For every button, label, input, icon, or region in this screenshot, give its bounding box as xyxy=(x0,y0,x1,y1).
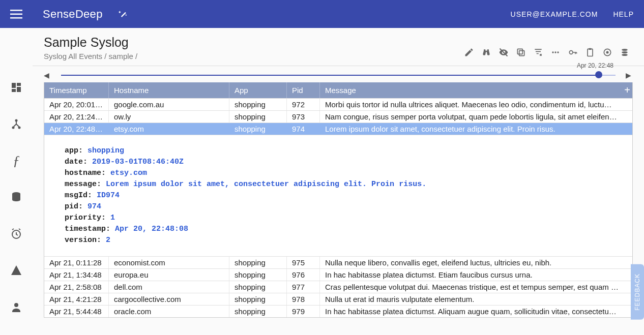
nav-database[interactable] xyxy=(6,189,26,206)
copy-button[interactable] xyxy=(513,44,529,60)
nav-account[interactable] xyxy=(6,298,26,316)
svg-rect-6 xyxy=(17,87,21,92)
table-row[interactable]: Apr 21, 5:44:48 oracle.com shopping 979 … xyxy=(44,305,632,317)
timeline-prev[interactable]: ◀ xyxy=(44,71,51,79)
more-button[interactable] xyxy=(547,44,564,60)
brand[interactable]: SenseDeep xyxy=(43,8,103,21)
col-timestamp[interactable]: Timestamp xyxy=(44,82,109,98)
svg-point-22 xyxy=(606,51,609,54)
svg-point-24 xyxy=(622,49,628,51)
tree-icon xyxy=(10,118,22,130)
svg-point-17 xyxy=(554,51,556,53)
svg-point-7 xyxy=(15,119,18,122)
timeline-knob[interactable] xyxy=(595,71,602,78)
warning-icon xyxy=(10,264,22,277)
menu-icon[interactable] xyxy=(10,10,22,19)
svg-rect-2 xyxy=(10,17,22,19)
log-table: Timestamp Hostname App Pid Message + Apr… xyxy=(44,82,633,318)
stack-button[interactable] xyxy=(617,44,633,60)
location-button[interactable] xyxy=(599,44,616,60)
table-row[interactable]: Apr 21, 4:21:28 cargocollective.com shop… xyxy=(44,293,632,305)
nav-dashboard[interactable] xyxy=(6,79,26,96)
dashboard-icon xyxy=(10,81,22,94)
visibility-off-button[interactable] xyxy=(495,44,512,60)
filter-clear-button[interactable] xyxy=(530,44,546,60)
table-row[interactable]: Apr 20, 21:24:48 ow.ly shopping 973 Nam … xyxy=(44,110,632,123)
svg-rect-20 xyxy=(588,49,593,56)
page-title: Sample Syslog xyxy=(44,35,460,50)
svg-point-26 xyxy=(622,54,628,56)
wand-icon[interactable] xyxy=(118,9,128,19)
clipboard-icon xyxy=(585,47,595,57)
key-button[interactable] xyxy=(565,44,581,60)
timeline: Apr 20, 22:48 ◀ ▶ xyxy=(33,66,644,82)
svg-rect-14 xyxy=(519,51,524,56)
database-icon xyxy=(10,191,22,203)
binoculars-icon xyxy=(481,47,491,57)
timeline-track[interactable] xyxy=(61,73,616,78)
page-header: Sample Syslog Syslog All Events / sample… xyxy=(33,28,644,66)
function-icon: ƒ xyxy=(13,153,20,169)
col-pid[interactable]: Pid xyxy=(287,82,320,98)
location-icon xyxy=(602,47,612,57)
col-message[interactable]: Message xyxy=(320,82,622,98)
svg-rect-5 xyxy=(12,89,16,92)
eye-off-icon xyxy=(499,47,509,57)
clipboard-button[interactable] xyxy=(582,44,598,60)
svg-point-19 xyxy=(569,51,573,54)
nav-alarms[interactable] xyxy=(6,225,26,242)
person-icon xyxy=(10,301,22,313)
svg-rect-3 xyxy=(12,83,16,88)
timeline-label: Apr 20, 22:48 xyxy=(577,62,613,69)
nav-functions[interactable]: ƒ xyxy=(6,152,26,169)
nav-alerts[interactable] xyxy=(6,262,26,279)
table-row[interactable]: Apr 21, 2:58:08 dell.com shopping 977 Cr… xyxy=(44,281,632,293)
alarm-icon xyxy=(10,228,22,240)
svg-rect-4 xyxy=(17,83,21,86)
filter-x-icon xyxy=(533,47,543,57)
key-icon xyxy=(568,47,578,57)
add-column-button[interactable]: + xyxy=(622,82,632,98)
toolbar xyxy=(460,35,633,60)
svg-rect-1 xyxy=(10,13,22,15)
table-row[interactable]: Apr 20, 22:48:08 etsy.com shopping 974 L… xyxy=(44,123,632,135)
svg-point-25 xyxy=(622,51,628,53)
table-row[interactable]: Apr 20, 20:01:28 google.com.au shopping … xyxy=(44,98,632,110)
edit-button[interactable] xyxy=(461,44,477,60)
svg-rect-0 xyxy=(10,10,22,11)
svg-point-18 xyxy=(557,51,559,53)
svg-rect-21 xyxy=(589,48,592,50)
feedback-tab[interactable]: FEEDBACK xyxy=(631,264,644,320)
svg-point-16 xyxy=(552,51,553,53)
nav-tree[interactable] xyxy=(6,115,26,133)
topbar: SenseDeep USER@EXAMPLE.COM HELP xyxy=(0,0,644,28)
stack-icon xyxy=(620,47,630,57)
dots-icon xyxy=(550,47,561,57)
table-header: Timestamp Hostname App Pid Message + xyxy=(44,82,632,98)
user-link[interactable]: USER@EXAMPLE.COM xyxy=(511,10,598,18)
table-row[interactable]: Apr 21, 0:11:28 economist.com shopping 9… xyxy=(44,256,632,268)
detail-pane: app: shopping date: 2019-03-01T08:46:40Z… xyxy=(44,135,632,256)
svg-point-12 xyxy=(14,303,18,307)
sidebar: ƒ xyxy=(0,28,33,335)
breadcrumb[interactable]: Syslog All Events / sample / xyxy=(44,52,460,60)
table-row[interactable]: Apr 21, 1:34:48 europa.eu shopping 976 I… xyxy=(44,268,632,281)
pencil-icon xyxy=(464,47,474,57)
svg-rect-15 xyxy=(517,49,522,54)
col-app[interactable]: App xyxy=(229,82,287,98)
binoculars-button[interactable] xyxy=(478,44,494,60)
timeline-next[interactable]: ▶ xyxy=(626,71,633,79)
copy-icon xyxy=(516,47,526,57)
help-link[interactable]: HELP xyxy=(613,10,634,18)
col-hostname[interactable]: Hostname xyxy=(109,82,229,98)
